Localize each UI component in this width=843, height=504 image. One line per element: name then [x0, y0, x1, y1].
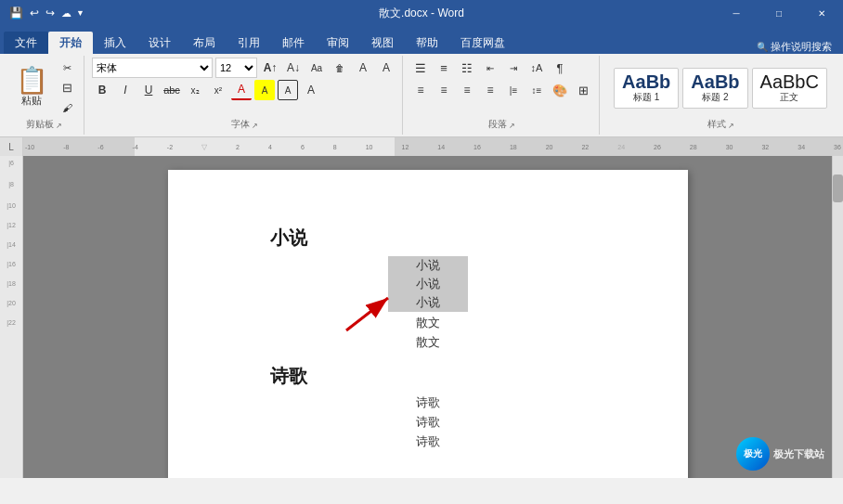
tell-me-search[interactable]: 🔍 操作说明搜索 — [749, 40, 839, 54]
list-item-sw2: 散文 — [416, 334, 440, 351]
list-item-sg3: 诗歌 — [416, 433, 440, 450]
superscript-btn[interactable]: x² — [208, 80, 228, 100]
para-expand-icon[interactable]: ↗ — [509, 122, 515, 130]
ruler-corner[interactable]: L — [0, 137, 23, 156]
paragraph-group: ☰ ≡ ☷ ⇤ ⇥ ↕A ¶ ≡ ≡ ≡ ≡ |≡ ↕≡ 🎨 ⊞ 段落 ↗ — [405, 56, 600, 135]
heading-shige: 诗歌 — [270, 366, 307, 386]
font-extra-btn[interactable]: A — [301, 80, 321, 100]
font-color-btn[interactable]: A — [231, 80, 252, 100]
list-multilevel-btn[interactable]: ☷ — [457, 58, 477, 78]
tab-layout[interactable]: 布局 — [182, 32, 227, 54]
clipboard-expand-icon[interactable]: ↗ — [56, 122, 62, 130]
list-item-xs1: 小说 — [416, 257, 440, 274]
document-content: 小说 小说 小说 小说 散文 散文 — [224, 207, 632, 450]
tab-view[interactable]: 视图 — [360, 32, 405, 54]
minimize-btn[interactable]: ─ — [715, 0, 758, 26]
styles-label: 样式 — [707, 118, 726, 133]
svg-line-1 — [346, 298, 388, 330]
list-item-sg1: 诗歌 — [416, 394, 440, 411]
qa-dropdown-btn[interactable]: ▼ — [76, 8, 84, 18]
indent-decrease-btn[interactable]: ⇤ — [480, 58, 500, 78]
tab-design[interactable]: 设计 — [137, 32, 182, 54]
clear-format-btn[interactable]: 🗑 — [330, 58, 350, 78]
font-border-btn[interactable]: A — [278, 80, 298, 100]
font-expand-icon[interactable]: ↗ — [252, 122, 258, 130]
tab-baidu[interactable]: 百度网盘 — [449, 32, 516, 54]
save-quick-btn[interactable]: 💾 — [7, 5, 25, 21]
styles-group: AaBb 标题 1 AaBb 标题 2 AaBbC 正文 样式 ↗ — [602, 56, 839, 135]
tab-home[interactable]: 开始 — [48, 32, 93, 54]
window-title: 散文.docx - Word — [379, 6, 464, 21]
text-alt-btn[interactable]: A — [376, 58, 396, 78]
paste-btn[interactable]: 📋 粘贴 — [9, 58, 54, 118]
tab-mailings[interactable]: 邮件 — [271, 32, 316, 54]
window-controls: ─ □ ✕ — [715, 0, 843, 26]
align-center-btn[interactable]: ≡ — [434, 80, 454, 100]
document-scroll-area[interactable]: 小说 小说 小说 小说 散文 散文 — [23, 156, 832, 478]
bold-btn[interactable]: B — [92, 80, 112, 100]
font-label: 字体 — [231, 118, 250, 133]
list-item-xs2: 小说 — [416, 276, 440, 292]
main-area: |6 |8 |10 |12 |14 |16 |18 |20 |22 小说 小说 … — [0, 156, 843, 478]
watermark-text: 极光下载站 — [773, 447, 824, 461]
title-bar: 💾 ↩ ↪ ☁ ▼ 散文.docx - Word ─ □ ✕ — [0, 0, 843, 26]
format-painter-btn[interactable]: 🖌 — [56, 98, 78, 117]
strikethrough-btn[interactable]: abc — [162, 80, 182, 100]
indent-increase-btn[interactable]: ⇥ — [503, 58, 524, 78]
show-marks-btn[interactable]: ¶ — [550, 58, 570, 78]
font-name-select[interactable]: 宋体 — [92, 58, 213, 78]
tab-file[interactable]: 文件 — [4, 32, 48, 54]
font-size-select[interactable]: 12 14 16 — [215, 58, 257, 78]
scrollbar-thumb[interactable] — [833, 174, 843, 202]
line-spacing-btn[interactable]: ↕≡ — [526, 80, 547, 100]
ribbon: 📋 粘贴 ✂ ⊟ 🖌 剪贴板 ↗ 宋体 12 14 16 — [0, 54, 843, 137]
horizontal-ruler: -10-8-6-4-2 ▽ 246810121416182022 2426283… — [23, 137, 843, 156]
styles-expand-icon[interactable]: ↗ — [728, 122, 734, 130]
list-item-sg2: 诗歌 — [416, 414, 440, 431]
tab-references[interactable]: 引用 — [227, 32, 271, 54]
copy-btn[interactable]: ⊟ — [56, 79, 78, 97]
justify-btn[interactable]: ≡ — [480, 80, 500, 100]
style-heading2[interactable]: AaBb 标题 2 — [682, 68, 747, 109]
style-normal[interactable]: AaBbC 正文 — [752, 68, 827, 109]
italic-btn[interactable]: I — [115, 80, 136, 100]
list-item-sw1: 散文 — [416, 315, 440, 331]
list-item-xs3: 小说 — [416, 294, 440, 311]
cut-btn[interactable]: ✂ — [56, 59, 78, 78]
col-break-btn[interactable]: |≡ — [503, 80, 524, 100]
watermark-badge: 极光 极光下载站 — [736, 437, 824, 471]
cloud-btn[interactable]: ☁ — [59, 6, 73, 21]
subscript-btn[interactable]: x₂ — [185, 80, 205, 100]
style-heading1[interactable]: AaBb 标题 1 — [614, 68, 679, 109]
tab-insert[interactable]: 插入 — [93, 32, 137, 54]
clipboard-group: 📋 粘贴 ✂ ⊟ 🖌 剪贴板 ↗ — [4, 56, 84, 135]
align-left-btn[interactable]: ≡ — [410, 80, 431, 100]
tab-help[interactable]: 帮助 — [405, 32, 449, 54]
ribbon-tabs: 文件 开始 插入 设计 布局 引用 邮件 审阅 视图 帮助 百度网盘 🔍 操作说… — [0, 26, 843, 54]
list-number-btn[interactable]: ≡ — [434, 58, 454, 78]
watermark-logo: 极光 — [736, 437, 770, 471]
undo-btn[interactable]: ↩ — [28, 5, 41, 21]
sort-btn[interactable]: ↕A — [526, 58, 547, 78]
font-size-increase-btn[interactable]: A↑ — [260, 58, 280, 78]
ruler-area: L -10-8-6-4-2 ▽ 246810121416182022 24262… — [0, 137, 843, 156]
clipboard-label: 剪贴板 — [26, 118, 54, 133]
tab-review[interactable]: 审阅 — [316, 32, 360, 54]
list-bullet-btn[interactable]: ☰ — [410, 58, 431, 78]
redo-btn[interactable]: ↪ — [44, 5, 57, 21]
underline-btn[interactable]: U — [138, 80, 159, 100]
align-right-btn[interactable]: ≡ — [457, 80, 477, 100]
font-size-decrease-btn[interactable]: A↓ — [283, 58, 304, 78]
maximize-btn[interactable]: □ — [758, 0, 800, 26]
highlight-btn[interactable]: A — [254, 80, 275, 100]
close-btn[interactable]: ✕ — [800, 0, 843, 26]
shading-btn[interactable]: 🎨 — [550, 80, 570, 100]
document-page: 小说 小说 小说 小说 散文 散文 — [168, 170, 688, 478]
border-btn[interactable]: ⊞ — [573, 80, 593, 100]
vertical-scrollbar[interactable] — [832, 156, 843, 478]
heading-xiaoshuo: 小说 — [270, 227, 307, 248]
text-effect-btn[interactable]: A — [353, 58, 373, 78]
change-case-btn[interactable]: Aa — [306, 58, 327, 78]
vertical-ruler: |6 |8 |10 |12 |14 |16 |18 |20 |22 — [0, 156, 23, 478]
para-label: 段落 — [488, 118, 507, 133]
